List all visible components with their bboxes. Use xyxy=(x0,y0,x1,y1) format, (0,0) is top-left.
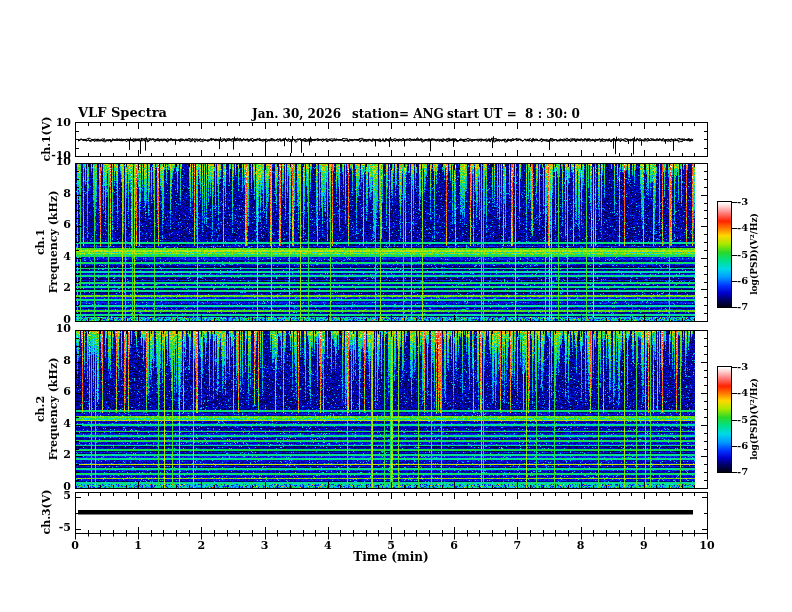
ch1-frequency-axis-label: Frequency (kHz) xyxy=(47,191,60,294)
figure-date: Jan. 30, 2026 xyxy=(252,108,341,121)
ch1-spec-ytick-label: 4 xyxy=(41,251,71,263)
colorbar2-tick-label: -5 xyxy=(737,414,761,426)
x-tick-label: 10 xyxy=(692,540,722,552)
colorbar2-tick-label: -7 xyxy=(737,466,761,478)
colorbar1-tick-label: -4 xyxy=(737,222,761,234)
ch1-wave-ytick-label: 10 xyxy=(41,117,71,129)
ch1-spec-ytick-label: 10 xyxy=(41,156,71,168)
ch2-frequency-axis-label: Frequency (kHz) xyxy=(47,358,60,461)
x-tick-label: 1 xyxy=(123,540,153,552)
ch1-spec-ytick-label: 6 xyxy=(41,219,71,231)
x-tick-label: 6 xyxy=(439,540,469,552)
ch2-spec-ytick-label: 8 xyxy=(41,355,71,367)
colorbar2-tick-label: -4 xyxy=(737,387,761,399)
ch3-wave-ytick-label: -5 xyxy=(41,522,71,534)
start-ut-label: start UT = 8 : 30: 0 xyxy=(447,108,580,121)
x-tick-label: 9 xyxy=(629,540,659,552)
ch3-wave-ytick-label: 5 xyxy=(41,490,71,502)
x-tick-label: 5 xyxy=(376,540,406,552)
x-tick-label: 7 xyxy=(502,540,532,552)
colorbar1-tick-label: -7 xyxy=(737,301,761,313)
ch1-spec-ytick-label: 2 xyxy=(41,282,71,294)
colorbar1-tick-label: -3 xyxy=(737,196,761,208)
x-tick-label: 2 xyxy=(186,540,216,552)
x-tick-label: 0 xyxy=(60,540,90,552)
colorbar1-tick-label: -5 xyxy=(737,249,761,261)
time-axis-label: Time (min) xyxy=(331,551,451,564)
ch2-spec-ytick-label: 2 xyxy=(41,449,71,461)
x-tick-label: 8 xyxy=(566,540,596,552)
vlf-spectra-figure: VLF Spectra Jan. 30, 2026 station= ANG s… xyxy=(0,0,792,612)
colorbar2-tick-label: -6 xyxy=(737,440,761,452)
ch2-spec-ytick-label: 4 xyxy=(41,418,71,430)
colorbar1-tick-label: -6 xyxy=(737,275,761,287)
ch2-spec-ytick-label: 6 xyxy=(41,386,71,398)
station-label: station= ANG xyxy=(352,108,444,121)
plot-canvas xyxy=(0,0,792,612)
x-tick-label: 4 xyxy=(313,540,343,552)
colorbar2-tick-label: -3 xyxy=(737,361,761,373)
x-tick-label: 3 xyxy=(250,540,280,552)
ch2-spec-ytick-label: 10 xyxy=(41,323,71,335)
ch1-spec-ytick-label: 8 xyxy=(41,188,71,200)
figure-title: VLF Spectra xyxy=(78,106,167,119)
